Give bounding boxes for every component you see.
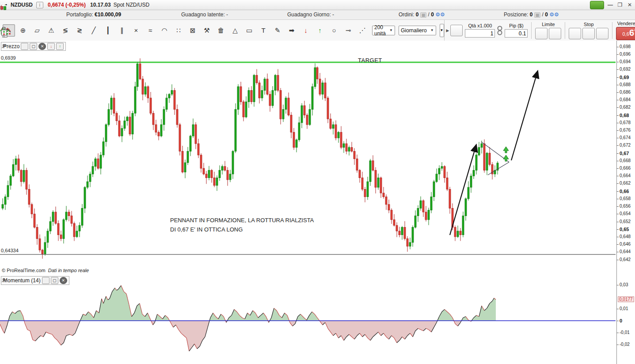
value-axis[interactable]: 0,6980,6960,6940,6920,690,6880,6860,6840… [616,41,635,364]
annotation-tool[interactable]: ✎ [271,24,284,37]
candle [468,187,469,199]
arrow-right-tool[interactable]: ➡ [285,24,298,37]
candle [462,216,464,235]
crossed-trend-tool[interactable]: ⊠ [186,24,199,37]
crossed-lines-tool[interactable]: × [130,24,142,37]
orders-field: Ordini: 0 ▦ / 0 ⚙⚙ [399,11,445,18]
candle [251,91,252,102]
price-close-icon[interactable]: ✕ [38,43,46,50]
order-settings-wrench-button[interactable] [450,25,463,36]
candle [301,106,303,123]
candle [314,68,316,87]
ruler-tool[interactable]: ▱ [31,24,43,37]
momentum-settings-wrench-icon[interactable] [42,277,49,284]
price-tick: 0,654 [620,211,631,216]
momentum-close-icon[interactable]: ✕ [60,277,67,284]
candle [52,212,54,222]
chart-area[interactable]: Prezzo ▢ ✕ ↓ ↑ 0,6939 TARGET PENNANT IN … [0,41,616,364]
target-annotation-label[interactable]: TARGET [358,57,382,64]
candle [84,187,86,208]
panel-collapse-icon[interactable]: ▶ [446,28,449,33]
candle [277,75,279,90]
zoom-tool[interactable]: ⊕ [17,24,29,37]
vertical-line-tool[interactable]: ┃ [102,24,114,37]
candle [266,79,268,94]
pip-value-input[interactable] [505,29,528,38]
candle [160,125,162,136]
candle [465,199,467,216]
orders-list-icon[interactable]: ▦ [420,12,427,18]
triangle-tool[interactable]: △ [229,24,241,37]
limit-order-button-2[interactable] [549,28,561,39]
zigzag-line-tool[interactable]: ≈ [144,24,156,37]
price-tick: 0,69 [620,75,629,80]
latent-gain-field: Guadagno latente: - [181,11,228,18]
arrow-down-tool[interactable]: ↓ [300,24,312,37]
candle [438,168,440,174]
chart-style-button[interactable]: ▼ [440,24,444,37]
candle [446,178,448,190]
candle [68,212,70,216]
limit-order-button-1[interactable] [535,28,548,39]
candle [417,208,419,216]
rectangle-tool[interactable]: ▭ [243,24,255,37]
momentum-window-icon[interactable]: ▢ [51,277,58,284]
quantity-input[interactable] [465,29,495,38]
instrument-symbol[interactable]: NZDUSD [11,2,33,8]
trendline-tool[interactable]: ╱ [87,24,100,37]
delete-tool[interactable]: 🗑 [215,24,227,37]
momentum-plot[interactable] [0,275,616,353]
link-chain-icon[interactable] [497,25,502,36]
candle [28,189,30,204]
position-settings-icon[interactable]: ⚙⚙ [549,11,559,18]
price-move-up-icon[interactable]: ↑ [56,43,64,50]
orders-settings-icon[interactable]: ⚙⚙ [435,11,445,18]
text-tool[interactable]: T [257,24,270,37]
stop-order-button-1[interactable] [569,28,581,39]
virtual-keyboard-button[interactable] [590,1,604,9]
stop-orders-group: Stop [567,21,611,40]
stop-order-button-3[interactable] [596,28,608,39]
candle [309,110,311,125]
timeframe-dropdown[interactable]: Giornaliero▼ [399,26,436,35]
pennant-annotation-text[interactable]: PENNANT IN FORMAZIONE, LA ROTTURA RIALZI… [170,216,314,234]
drawing-tools[interactable]: ⚒ [201,24,213,37]
segment-points-tool[interactable]: ∷ [172,24,185,37]
units-dropdown[interactable]: 200 unità▼ [372,26,395,35]
minimize-button[interactable]: — [607,2,614,8]
diagonal-points-tool[interactable]: ⋰ [356,24,369,37]
info-icon[interactable]: i [36,2,43,8]
price-settings-wrench-icon[interactable] [21,43,28,50]
position-list-icon[interactable]: ▦ [534,12,541,18]
window-title-bar: ▼ NZDUSD i 0,6674 (-0,25%) 10.17.03 Spot… [0,0,635,10]
candle [42,250,43,254]
candle [92,167,94,174]
copyright-notice: © ProRealTime.comDati in tempo reale [2,268,89,273]
candle [105,125,107,142]
candle [184,163,186,172]
stop-order-button-2[interactable] [582,28,595,39]
arrow-up-tool[interactable]: ↑ [314,24,326,37]
price-tick: 0,678 [620,120,631,125]
alert-bell-tool[interactable]: ⚠ [45,24,57,37]
candle [71,216,72,224]
sell-market-button[interactable]: 0,6674 [616,27,635,40]
limit-orders-group: Limite [533,21,563,40]
breakout-up-arrow-icon [503,147,509,153]
close-button[interactable]: ✕ [626,2,633,8]
price-move-down-icon[interactable]: ↓ [47,43,55,50]
horizontal-segment-tool[interactable]: ⊸ [342,24,354,37]
price-window-icon[interactable]: ▢ [30,43,37,50]
candle [253,75,255,102]
pattern-up-tool[interactable]: ≷ [73,24,86,37]
parallel-channel-tool[interactable]: ∥ [116,24,128,37]
candle [393,220,395,225]
arc-fan-tool[interactable]: ◠ [158,24,171,37]
candle [367,182,369,197]
restore-button[interactable]: ❐ [616,2,624,8]
candle [261,91,263,98]
candle [248,91,250,102]
ellipse-tool[interactable]: ○ [328,24,340,37]
pattern-down-tool[interactable]: ≶ [59,24,72,37]
portfolio-field: Portafoglio: €10.000,09 [66,11,121,18]
